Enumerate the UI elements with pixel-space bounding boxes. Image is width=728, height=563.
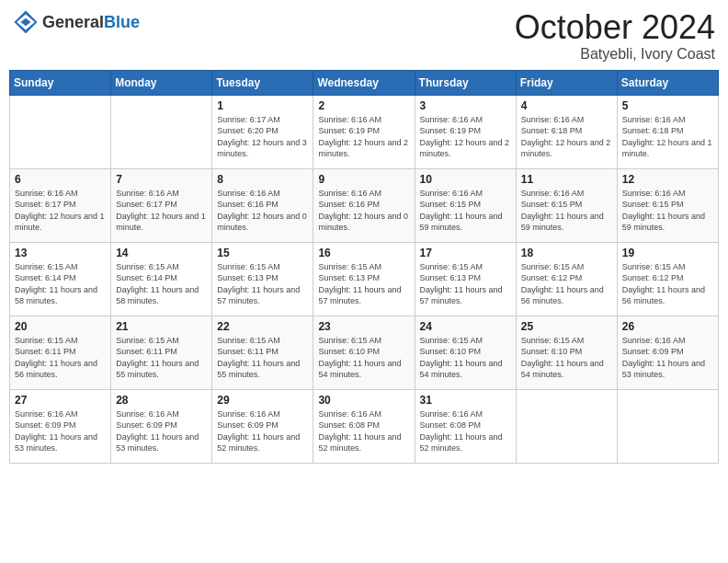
day-info: Sunrise: 6:15 AM Sunset: 6:12 PM Dayligh… [521, 261, 612, 307]
calendar-week-3: 13Sunrise: 6:15 AM Sunset: 6:14 PM Dayli… [10, 242, 719, 316]
calendar-cell: 2Sunrise: 6:16 AM Sunset: 6:19 PM Daylig… [313, 95, 415, 168]
day-number: 19 [622, 247, 713, 259]
calendar-cell: 12Sunrise: 6:16 AM Sunset: 6:15 PM Dayli… [617, 168, 718, 242]
day-number: 28 [116, 394, 207, 407]
day-number: 9 [318, 173, 409, 186]
calendar-cell: 31Sunrise: 6:16 AM Sunset: 6:08 PM Dayli… [415, 389, 516, 463]
day-number: 24 [420, 320, 511, 333]
calendar-cell: 28Sunrise: 6:16 AM Sunset: 6:09 PM Dayli… [111, 389, 212, 463]
day-info: Sunrise: 6:16 AM Sunset: 6:16 PM Dayligh… [217, 188, 308, 234]
day-number: 11 [521, 173, 612, 186]
day-info: Sunrise: 6:16 AM Sunset: 6:16 PM Dayligh… [318, 188, 409, 234]
day-info: Sunrise: 6:15 AM Sunset: 6:10 PM Dayligh… [521, 335, 612, 381]
calendar-week-2: 6Sunrise: 6:16 AM Sunset: 6:17 PM Daylig… [10, 168, 719, 242]
calendar-cell: 24Sunrise: 6:15 AM Sunset: 6:10 PM Dayli… [415, 316, 516, 389]
day-info: Sunrise: 6:16 AM Sunset: 6:17 PM Dayligh… [15, 188, 106, 234]
calendar-cell: 22Sunrise: 6:15 AM Sunset: 6:11 PM Dayli… [212, 316, 313, 389]
day-info: Sunrise: 6:16 AM Sunset: 6:17 PM Dayligh… [116, 188, 207, 234]
calendar-cell: 29Sunrise: 6:16 AM Sunset: 6:09 PM Dayli… [212, 389, 313, 463]
day-info: Sunrise: 6:17 AM Sunset: 6:20 PM Dayligh… [217, 114, 308, 160]
calendar-week-1: 1Sunrise: 6:17 AM Sunset: 6:20 PM Daylig… [10, 95, 719, 168]
day-info: Sunrise: 6:15 AM Sunset: 6:14 PM Dayligh… [116, 261, 207, 307]
day-info: Sunrise: 6:15 AM Sunset: 6:13 PM Dayligh… [217, 261, 308, 307]
calendar-cell: 13Sunrise: 6:15 AM Sunset: 6:14 PM Dayli… [10, 242, 111, 316]
day-number: 31 [420, 394, 511, 407]
day-number: 14 [116, 247, 207, 259]
calendar-cell: 11Sunrise: 6:16 AM Sunset: 6:15 PM Dayli… [516, 168, 617, 242]
calendar-cell: 5Sunrise: 6:16 AM Sunset: 6:18 PM Daylig… [617, 95, 718, 168]
day-info: Sunrise: 6:16 AM Sunset: 6:15 PM Dayligh… [521, 188, 612, 234]
calendar-cell: 18Sunrise: 6:15 AM Sunset: 6:12 PM Dayli… [516, 242, 617, 316]
day-number: 22 [217, 320, 308, 333]
calendar-week-5: 27Sunrise: 6:16 AM Sunset: 6:09 PM Dayli… [10, 389, 719, 463]
day-info: Sunrise: 6:15 AM Sunset: 6:14 PM Dayligh… [15, 261, 106, 307]
day-info: Sunrise: 6:16 AM Sunset: 6:15 PM Dayligh… [420, 188, 511, 234]
day-number: 21 [116, 320, 207, 333]
day-number: 30 [318, 394, 409, 407]
calendar-cell: 23Sunrise: 6:15 AM Sunset: 6:10 PM Dayli… [313, 316, 415, 389]
calendar-table: SundayMondayTuesdayWednesdayThursdayFrid… [9, 70, 719, 464]
logo-general-text: General [42, 13, 104, 31]
logo-icon [13, 9, 39, 35]
day-info: Sunrise: 6:15 AM Sunset: 6:10 PM Dayligh… [318, 335, 409, 381]
calendar-cell: 16Sunrise: 6:15 AM Sunset: 6:13 PM Dayli… [313, 242, 415, 316]
column-header-wednesday: Wednesday [313, 70, 415, 95]
logo: GeneralBlue [13, 9, 140, 35]
calendar-cell: 1Sunrise: 6:17 AM Sunset: 6:20 PM Daylig… [212, 95, 313, 168]
day-number: 27 [15, 394, 106, 407]
calendar-cell: 15Sunrise: 6:15 AM Sunset: 6:13 PM Dayli… [212, 242, 313, 316]
calendar-cell: 8Sunrise: 6:16 AM Sunset: 6:16 PM Daylig… [212, 168, 313, 242]
day-number: 29 [217, 394, 308, 407]
calendar-cell: 7Sunrise: 6:16 AM Sunset: 6:17 PM Daylig… [111, 168, 212, 242]
day-info: Sunrise: 6:15 AM Sunset: 6:11 PM Dayligh… [116, 335, 207, 381]
day-number: 23 [318, 320, 409, 333]
calendar-cell: 26Sunrise: 6:16 AM Sunset: 6:09 PM Dayli… [617, 316, 718, 389]
day-info: Sunrise: 6:16 AM Sunset: 6:09 PM Dayligh… [116, 408, 207, 454]
column-header-sunday: Sunday [10, 70, 111, 95]
calendar-cell: 25Sunrise: 6:15 AM Sunset: 6:10 PM Dayli… [516, 316, 617, 389]
day-number: 5 [622, 99, 713, 112]
day-info: Sunrise: 6:16 AM Sunset: 6:18 PM Dayligh… [521, 114, 612, 160]
day-info: Sunrise: 6:16 AM Sunset: 6:08 PM Dayligh… [420, 408, 511, 454]
calendar-cell [516, 389, 617, 463]
day-number: 3 [420, 99, 511, 112]
calendar-cell: 27Sunrise: 6:16 AM Sunset: 6:09 PM Dayli… [10, 389, 111, 463]
calendar-cell: 4Sunrise: 6:16 AM Sunset: 6:18 PM Daylig… [516, 95, 617, 168]
calendar-week-4: 20Sunrise: 6:15 AM Sunset: 6:11 PM Dayli… [10, 316, 719, 389]
day-number: 10 [420, 173, 511, 186]
day-info: Sunrise: 6:15 AM Sunset: 6:11 PM Dayligh… [217, 335, 308, 381]
day-info: Sunrise: 6:16 AM Sunset: 6:08 PM Dayligh… [318, 408, 409, 454]
calendar-cell: 20Sunrise: 6:15 AM Sunset: 6:11 PM Dayli… [10, 316, 111, 389]
page-header: GeneralBlue October 2024 Batyebli, Ivory… [9, 9, 719, 63]
column-header-tuesday: Tuesday [212, 70, 313, 95]
day-info: Sunrise: 6:16 AM Sunset: 6:19 PM Dayligh… [420, 114, 511, 160]
day-number: 7 [116, 173, 207, 186]
day-number: 18 [521, 247, 612, 259]
day-info: Sunrise: 6:15 AM Sunset: 6:13 PM Dayligh… [420, 261, 511, 307]
day-number: 6 [15, 173, 106, 186]
day-info: Sunrise: 6:16 AM Sunset: 6:15 PM Dayligh… [622, 188, 713, 234]
calendar-cell: 10Sunrise: 6:16 AM Sunset: 6:15 PM Dayli… [415, 168, 516, 242]
day-number: 1 [217, 99, 308, 112]
day-number: 25 [521, 320, 612, 333]
calendar-cell: 9Sunrise: 6:16 AM Sunset: 6:16 PM Daylig… [313, 168, 415, 242]
day-info: Sunrise: 6:15 AM Sunset: 6:13 PM Dayligh… [318, 261, 409, 307]
day-info: Sunrise: 6:16 AM Sunset: 6:19 PM Dayligh… [318, 114, 409, 160]
calendar-cell [617, 389, 718, 463]
column-header-saturday: Saturday [617, 70, 718, 95]
location-subtitle: Batyebli, Ivory Coast [515, 46, 715, 63]
day-info: Sunrise: 6:16 AM Sunset: 6:09 PM Dayligh… [217, 408, 308, 454]
column-header-monday: Monday [111, 70, 212, 95]
day-number: 8 [217, 173, 308, 186]
day-info: Sunrise: 6:15 AM Sunset: 6:11 PM Dayligh… [15, 335, 106, 381]
calendar-cell [10, 95, 111, 168]
day-number: 20 [15, 320, 106, 333]
day-number: 26 [622, 320, 713, 333]
day-info: Sunrise: 6:16 AM Sunset: 6:09 PM Dayligh… [622, 335, 713, 381]
day-info: Sunrise: 6:16 AM Sunset: 6:09 PM Dayligh… [15, 408, 106, 454]
calendar-cell: 14Sunrise: 6:15 AM Sunset: 6:14 PM Dayli… [111, 242, 212, 316]
day-number: 16 [318, 247, 409, 259]
calendar-cell [111, 95, 212, 168]
logo-blue-text: Blue [104, 13, 140, 31]
column-header-friday: Friday [516, 70, 617, 95]
